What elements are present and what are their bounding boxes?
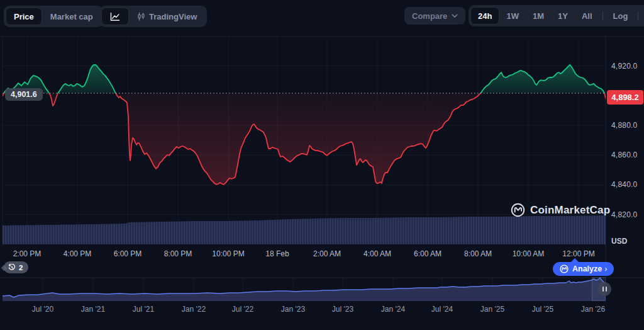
- divider: [638, 11, 638, 20]
- y-axis-label: 4,820.0: [611, 210, 637, 219]
- y-axis-label: 4,920.0: [611, 62, 637, 71]
- range-1m-button[interactable]: 1M: [526, 8, 550, 24]
- y-axis-label: 4,860.0: [611, 151, 637, 159]
- timeline-scrubber[interactable]: [3, 278, 606, 301]
- range-24h-button[interactable]: 24h: [471, 8, 499, 24]
- chevron-down-icon: [452, 14, 458, 18]
- line-chart-button[interactable]: [102, 8, 128, 25]
- timeline-label: Jul '25: [532, 305, 553, 314]
- x-axis-label: 2:00 PM: [13, 249, 42, 258]
- x-axis-label: 2:00 AM: [313, 249, 341, 258]
- x-axis-label: 6:00 PM: [114, 249, 142, 258]
- range-1w-button[interactable]: 1W: [500, 8, 525, 24]
- coinmarketcap-logo-icon: [511, 203, 525, 217]
- timeline-drag-handle[interactable]: [597, 282, 611, 296]
- timeline-label: Jan '23: [281, 305, 305, 314]
- y-axis-label: 4,840.0: [611, 180, 637, 189]
- line-chart-icon: [110, 12, 120, 21]
- timeline-label: Jul '21: [133, 305, 154, 314]
- chart-type-toggle: TradingView: [99, 6, 207, 27]
- price-marketcap-toggle: Price Market cap: [4, 6, 103, 27]
- coinmarketcap-price-chart: Price Market cap TradingView Compare: [0, 0, 644, 330]
- x-axis-label: 12:00 PM: [562, 249, 594, 258]
- timeline-label: Jan '26: [581, 305, 605, 314]
- analyze-button[interactable]: Analyze ›: [553, 262, 614, 276]
- x-axis-label: 4:00 AM: [364, 249, 391, 258]
- current-price-badge: 4,898.2: [607, 90, 643, 105]
- x-axis-label: 4:00 PM: [64, 249, 92, 258]
- analyze-logo-icon: [560, 265, 569, 273]
- timeline-label: Jan '22: [182, 305, 206, 314]
- log-scale-button[interactable]: Log: [607, 8, 635, 24]
- x-axis-label: 18 Feb: [265, 249, 289, 258]
- history-clock-icon: [8, 264, 16, 271]
- y-axis-label: 4,880.0: [611, 121, 637, 130]
- history-count-badge[interactable]: 2: [4, 261, 28, 273]
- currency-unit-label: USD: [611, 237, 627, 246]
- tradingview-button[interactable]: TradingView: [130, 8, 204, 25]
- tradingview-label: TradingView: [149, 12, 197, 21]
- watermark-text: CoinMarketCap: [530, 204, 610, 217]
- x-axis-label: 8:00 AM: [464, 249, 492, 258]
- timeline-label: Jul '23: [332, 305, 353, 314]
- timeline-label: Jul '20: [32, 305, 53, 314]
- price-tab[interactable]: Price: [6, 8, 42, 25]
- range-all-button[interactable]: All: [575, 8, 599, 24]
- market-cap-tab[interactable]: Market cap: [43, 8, 101, 25]
- analyze-chevron: ›: [604, 265, 607, 273]
- candlestick-icon: [137, 12, 145, 21]
- history-count: 2: [19, 264, 23, 271]
- range-1y-button[interactable]: 1Y: [552, 8, 574, 24]
- timeline-label: Jan '24: [381, 305, 405, 314]
- x-axis-label: 6:00 AM: [414, 249, 441, 258]
- x-axis-label: 10:00 AM: [513, 249, 545, 258]
- timeline-label: Jan '25: [480, 305, 504, 314]
- divider: [602, 11, 603, 20]
- timeline-label: Jan '21: [81, 305, 105, 314]
- timeline-label: Jul '22: [232, 305, 253, 314]
- compare-label: Compare: [412, 11, 447, 21]
- timeline-label: Jul '24: [431, 305, 453, 314]
- x-axis-label: 10:00 PM: [212, 249, 244, 258]
- coinmarketcap-watermark: CoinMarketCap: [511, 203, 610, 217]
- x-axis-label: 8:00 PM: [164, 249, 192, 258]
- baseline-price-pill: 4,901.6: [5, 88, 43, 101]
- range-toggle: 24h 1W 1M 1Y All Log: [469, 5, 644, 26]
- analyze-label: Analyze: [572, 265, 602, 273]
- compare-button[interactable]: Compare: [404, 7, 465, 25]
